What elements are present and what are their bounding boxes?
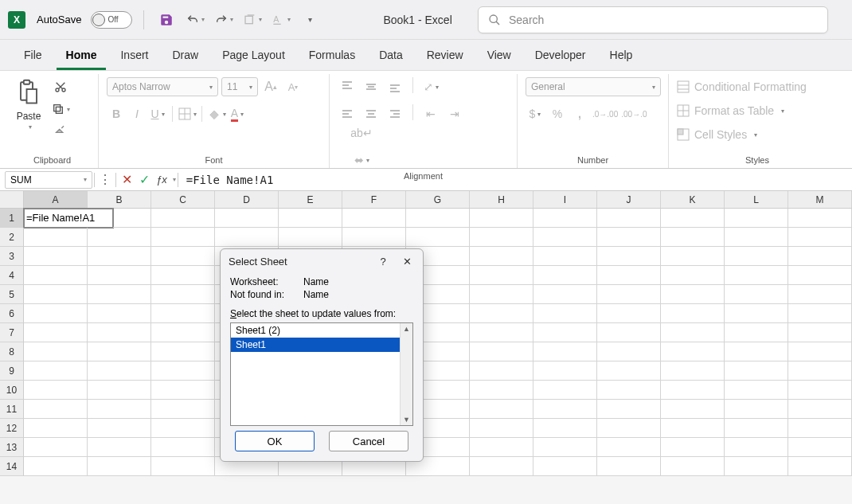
row-header[interactable]: 11 [0, 400, 24, 419]
cell[interactable] [88, 361, 151, 381]
row-header[interactable]: 14 [0, 457, 24, 476]
cell[interactable] [661, 342, 725, 361]
cell[interactable] [725, 285, 788, 304]
cell-styles-button[interactable]: Cell Styles▾ [677, 125, 838, 144]
col-header-B[interactable]: B [88, 191, 151, 208]
cell[interactable] [533, 361, 597, 381]
cell[interactable] [470, 266, 533, 285]
cell[interactable] [24, 304, 88, 323]
cell[interactable] [470, 361, 533, 381]
borders-button[interactable]: ▾ [178, 104, 197, 123]
row-header[interactable]: 7 [0, 323, 24, 342]
cell[interactable] [597, 209, 661, 228]
cell[interactable] [151, 209, 215, 228]
cell[interactable] [597, 323, 661, 342]
row-header[interactable]: 8 [0, 342, 24, 361]
cell[interactable] [788, 400, 852, 419]
merge-button[interactable]: ⬌▾ [346, 150, 377, 170]
cell[interactable] [24, 361, 88, 381]
cell[interactable] [533, 419, 597, 438]
cell[interactable] [533, 438, 597, 457]
cell[interactable] [597, 438, 661, 457]
cell[interactable] [788, 209, 852, 228]
cell[interactable] [24, 228, 88, 247]
number-format-select[interactable]: General▾ [526, 77, 661, 96]
row-header[interactable]: 13 [0, 438, 24, 457]
row-header[interactable]: 5 [0, 285, 24, 304]
cell[interactable] [151, 304, 215, 323]
cell[interactable] [88, 228, 151, 247]
cell[interactable] [661, 209, 725, 228]
cell[interactable] [661, 247, 725, 266]
cell[interactable] [151, 457, 215, 476]
cell[interactable] [470, 247, 533, 266]
col-header-J[interactable]: J [597, 191, 661, 208]
cell[interactable] [725, 323, 788, 342]
cell[interactable] [597, 381, 661, 400]
tab-data[interactable]: Data [369, 42, 412, 70]
cell[interactable] [24, 285, 88, 304]
font-color-button[interactable]: A▾ [228, 104, 247, 123]
cell[interactable] [788, 457, 852, 476]
scroll-down-icon[interactable]: ▼ [401, 414, 412, 425]
comma-button[interactable]: , [570, 104, 589, 123]
row-header[interactable]: 1 [0, 209, 24, 228]
cell[interactable] [533, 209, 597, 228]
cell[interactable] [661, 400, 725, 419]
cell[interactable] [470, 381, 533, 400]
cell[interactable] [788, 266, 852, 285]
row-header[interactable]: 12 [0, 419, 24, 438]
tab-file[interactable]: File [14, 42, 52, 70]
cell[interactable] [533, 342, 597, 361]
redo-button[interactable]: ▾ [213, 9, 235, 31]
cell[interactable] [788, 304, 852, 323]
cell[interactable] [597, 228, 661, 247]
col-header-F[interactable]: F [342, 191, 406, 208]
cell[interactable] [661, 304, 725, 323]
cell[interactable] [24, 342, 88, 361]
cell[interactable] [725, 266, 788, 285]
cell[interactable] [788, 419, 852, 438]
cell[interactable] [24, 438, 88, 457]
scroll-up-icon[interactable]: ▲ [401, 323, 412, 334]
cell[interactable] [151, 247, 215, 266]
cell[interactable] [470, 323, 533, 342]
ok-button[interactable]: OK [235, 431, 315, 451]
decrease-font-button[interactable]: A▾ [283, 77, 303, 96]
cell[interactable] [470, 419, 533, 438]
cell[interactable] [597, 304, 661, 323]
cell[interactable] [533, 400, 597, 419]
cell[interactable] [24, 381, 88, 400]
col-header-C[interactable]: C [151, 191, 215, 208]
list-item[interactable]: Sheet1 (2) [231, 323, 400, 338]
col-header-L[interactable]: L [725, 191, 788, 208]
tab-review[interactable]: Review [417, 42, 473, 70]
qat-button-2[interactable]: A▾ [270, 9, 292, 31]
cell[interactable] [151, 228, 215, 247]
italic-button[interactable]: I [127, 104, 147, 123]
col-header-E[interactable]: E [279, 191, 342, 208]
tab-view[interactable]: View [478, 42, 521, 70]
cell[interactable] [661, 457, 725, 476]
col-header-K[interactable]: K [661, 191, 725, 208]
cell[interactable] [342, 228, 406, 247]
increase-decimal-button[interactable]: .0→.00 [592, 104, 618, 123]
tab-formulas[interactable]: Formulas [299, 42, 365, 70]
cell[interactable] [24, 419, 88, 438]
cell[interactable] [24, 247, 88, 266]
cell[interactable]: =File Name!A1 [24, 209, 113, 228]
bold-button[interactable]: B [107, 104, 126, 123]
cell[interactable] [88, 342, 151, 361]
save-button[interactable] [155, 9, 178, 31]
fill-color-button[interactable]: ▾ [207, 104, 226, 123]
row-header[interactable]: 10 [0, 381, 24, 400]
cell[interactable] [533, 228, 597, 247]
enter-formula-button[interactable]: ✓ [135, 171, 153, 189]
cancel-button[interactable]: Cancel [329, 431, 408, 451]
cell[interactable] [88, 285, 151, 304]
cell[interactable] [597, 419, 661, 438]
cell[interactable] [88, 457, 151, 476]
cell[interactable] [88, 381, 151, 400]
list-item[interactable]: Sheet1 [231, 338, 400, 352]
cell[interactable] [470, 400, 533, 419]
